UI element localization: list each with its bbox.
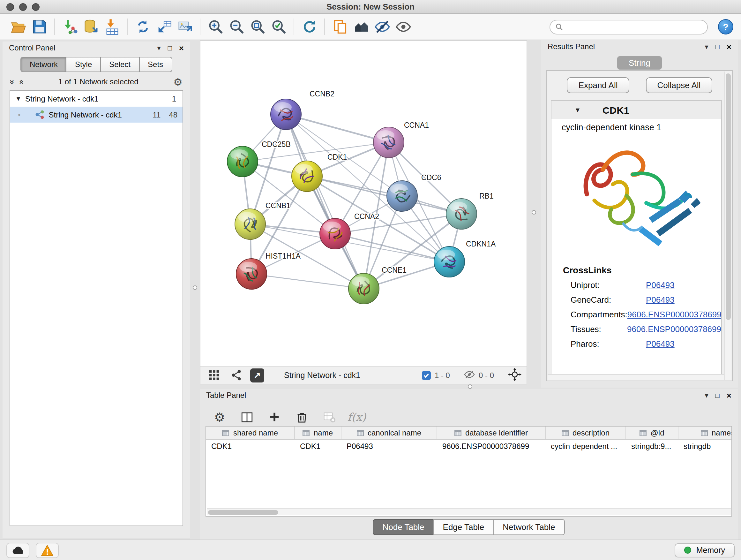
node-HIST1H1A[interactable] [236, 259, 267, 289]
network-row-selected[interactable]: ● String Network - cdk1 11 48 [10, 107, 183, 123]
create-network-from-table-icon[interactable] [153, 17, 174, 37]
horizontal-splitter-handle[interactable] [468, 384, 472, 389]
column-header-shared-name[interactable]: shared name [206, 427, 295, 439]
home-icon[interactable] [350, 17, 372, 37]
import-network-from-database-icon[interactable] [80, 17, 102, 37]
table-cell-description[interactable]: cyclin-dependent ... [546, 440, 626, 453]
table-row[interactable]: CDK1CDK1P064939606.ENSP00000378699cyclin… [206, 440, 731, 453]
network-share-icon[interactable] [228, 367, 245, 383]
automation-cloud-button[interactable] [6, 543, 29, 558]
table-cell-namespace[interactable]: stringdb [678, 440, 732, 453]
table-horizontal-scrollbar[interactable] [207, 508, 731, 515]
save-session-icon[interactable] [29, 17, 50, 37]
node-CDK1[interactable] [292, 161, 322, 192]
crosslink-pharos-link[interactable]: P06493 [646, 339, 675, 349]
table-settings-gear-icon[interactable]: ⚙ [211, 409, 228, 425]
crosslink-genecard-link[interactable]: P06493 [646, 295, 675, 305]
collapse-all-button[interactable]: Collapse All [646, 77, 712, 93]
node-RB1[interactable] [446, 199, 477, 229]
zoom-in-icon[interactable] [205, 17, 226, 37]
copy-icon[interactable] [329, 17, 350, 37]
column-header-namespace[interactable]: namespace [678, 427, 732, 439]
show-all-icon[interactable] [393, 17, 414, 37]
node-CCNA1[interactable] [374, 127, 404, 158]
vertical-splitter-handle-right[interactable] [532, 210, 536, 214]
node-CCNA2[interactable] [320, 219, 350, 249]
vertical-splitter-handle-left[interactable] [193, 286, 197, 290]
results-horizontal-scrollbar[interactable] [548, 374, 724, 380]
scrollbar-thumb[interactable] [208, 510, 278, 515]
add-column-icon[interactable] [266, 409, 283, 425]
expand-all-tree-icon[interactable]: » [16, 79, 26, 84]
panel-close-icon[interactable]: × [727, 42, 731, 51]
panel-menu-icon[interactable]: ▾ [704, 43, 708, 51]
panel-menu-icon[interactable]: ▾ [157, 44, 160, 52]
close-window-button[interactable] [6, 3, 14, 10]
show-columns-icon[interactable] [239, 409, 255, 425]
tab-style[interactable]: Style [66, 57, 101, 72]
search-input[interactable] [567, 22, 702, 31]
section-caret-icon[interactable]: ▾ [576, 105, 580, 114]
node-CDC25B[interactable] [227, 146, 258, 177]
zoom-out-icon[interactable] [226, 17, 247, 37]
table-cell-database-identifier[interactable]: 9606.ENSP00000378699 [437, 440, 546, 453]
memory-button[interactable]: Memory [675, 543, 735, 557]
tab-select[interactable]: Select [100, 57, 139, 72]
tab-string[interactable]: String [617, 56, 662, 70]
pan-crosshair-icon[interactable] [508, 368, 522, 383]
panel-float-icon[interactable]: □ [716, 391, 720, 399]
open-session-icon[interactable] [8, 17, 29, 37]
edge-CDK1-RB1[interactable] [307, 176, 461, 214]
export-image-icon[interactable] [174, 17, 195, 37]
column-header-id[interactable]: @id [626, 427, 678, 439]
zoom-selected-icon[interactable] [268, 17, 289, 37]
edge-HIST1H1A-CCNE1[interactable] [252, 274, 364, 289]
table-cell-name[interactable]: CDK1 [295, 440, 341, 453]
tab-network[interactable]: Network [21, 57, 67, 72]
network-canvas[interactable]: CCNB2CCNA1CDC25BCDK1CDC6RB1CCNB1CCNA2CDK… [200, 40, 527, 367]
delete-column-trash-icon[interactable] [293, 409, 310, 425]
refresh-icon[interactable] [299, 17, 320, 37]
help-button[interactable]: ? [718, 19, 733, 35]
minimize-window-button[interactable] [19, 3, 27, 10]
import-table-from-file-icon[interactable] [102, 17, 123, 37]
selected-nodes-checkbox[interactable] [422, 371, 431, 380]
table-cell-id[interactable]: stringdb:9... [626, 440, 678, 453]
network-options-gear-icon[interactable]: ⚙ [173, 76, 183, 88]
node-CDKN1A[interactable] [434, 246, 465, 277]
network-collection-row[interactable]: ▾ String Network - cdk1 1 [10, 91, 183, 107]
expand-all-button[interactable]: Expand All [567, 77, 629, 93]
edge-CCNB2-CCNE1[interactable] [286, 114, 364, 289]
hidden-eye-icon[interactable] [464, 369, 475, 381]
column-header-database-identifier[interactable]: database identifier [437, 427, 546, 439]
column-header-canonical-name[interactable]: canonical name [341, 427, 437, 439]
zoom-window-button[interactable] [32, 3, 40, 10]
birdseye-grid-icon[interactable] [205, 367, 222, 383]
zoom-fit-icon[interactable] [247, 17, 268, 37]
node-CCNB2[interactable] [271, 99, 301, 130]
table-cell-canonical-name[interactable]: P06493 [341, 440, 437, 453]
crosslink-uniprot-link[interactable]: P06493 [646, 280, 675, 290]
results-vertical-scrollbar[interactable] [724, 71, 731, 380]
node-CDC6[interactable] [387, 181, 417, 211]
crosslink-tissues-link[interactable]: 9606.ENSP00000378699 [627, 324, 721, 334]
panel-menu-icon[interactable]: ▾ [704, 391, 708, 399]
column-header-description[interactable]: description [546, 427, 626, 439]
open-in-browser-button[interactable]: ↗ [250, 368, 264, 382]
panel-float-icon[interactable]: □ [168, 44, 172, 52]
tab-sets[interactable]: Sets [139, 57, 172, 72]
hide-selected-icon[interactable] [372, 17, 393, 37]
import-network-from-file-icon[interactable] [59, 17, 80, 37]
panel-float-icon[interactable]: □ [716, 43, 720, 51]
table-cell-shared-name[interactable]: CDK1 [206, 440, 295, 453]
gene-section-header[interactable]: ▾ CDK1 [551, 101, 721, 119]
clone-network-icon[interactable] [132, 17, 153, 37]
panel-close-icon[interactable]: × [727, 390, 731, 400]
tab-network-table[interactable]: Network Table [493, 519, 564, 535]
tree-caret-icon[interactable]: ▾ [17, 95, 20, 103]
node-CCNB1[interactable] [235, 209, 266, 240]
tab-node-table[interactable]: Node Table [373, 519, 434, 535]
network-graph[interactable]: CCNB2CCNA1CDC25BCDK1CDC6RB1CCNB1CCNA2CDK… [200, 41, 527, 366]
warnings-button[interactable] [36, 543, 59, 558]
panel-close-icon[interactable]: × [179, 43, 184, 53]
